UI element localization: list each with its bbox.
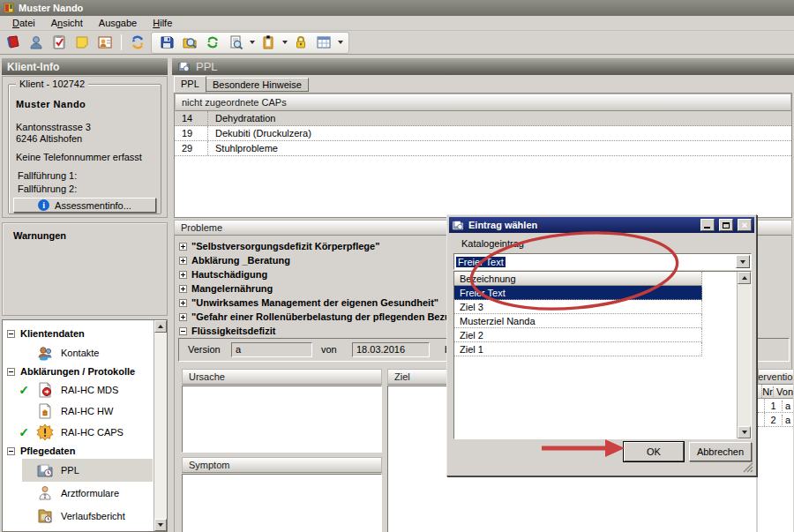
ursache-header: Ursache	[182, 369, 382, 385]
nav-tree-scrollbar[interactable]	[154, 320, 167, 531]
toolbar	[0, 31, 794, 55]
nav-section-pflegedaten[interactable]: Pflegedaten	[3, 443, 153, 459]
nav-section-klientendaten[interactable]: Klientendaten	[3, 325, 153, 342]
list-item[interactable]: Ziel 1	[454, 342, 702, 356]
save-icon[interactable]	[157, 33, 176, 52]
eintrag-waehlen-dialog: Eintrag wählen × Katalogeintrag Freier T…	[446, 214, 757, 476]
client-info-panel: Klient - 102742 Muster Nando Kantonsstra…	[2, 76, 168, 218]
list-item[interactable]: Ziel 2	[454, 328, 702, 342]
nav-item-rai-hc-mds[interactable]: ✓ RAI-HC MDS	[3, 379, 153, 401]
version-value-field[interactable]: a	[231, 342, 312, 357]
expand-icon[interactable]	[179, 257, 187, 265]
intervention-panel: Intervention Nr Von 1 a 2 a	[758, 369, 793, 532]
grid-caret-icon[interactable]	[338, 41, 343, 44]
expand-icon[interactable]	[179, 271, 187, 279]
list-item[interactable]: Ziel 3	[454, 300, 702, 314]
client-group-title: Klient - 102742	[16, 79, 88, 89]
sync-icon[interactable]	[128, 33, 147, 52]
nav-item-rai-hc-hw[interactable]: RAI-HC HW	[3, 401, 153, 422]
paste-icon[interactable]	[258, 33, 278, 52]
menu-bar: Datei Ansicht Ausgabe Hilfe	[0, 16, 794, 31]
menu-ausgabe[interactable]: Ausgabe	[92, 17, 144, 29]
nav-item-rai-hc-caps[interactable]: ✓ RAI-HC CAPS	[3, 422, 153, 443]
nav-item-verlaufsbericht[interactable]: Verlaufsbericht	[3, 505, 153, 527]
list-column-header[interactable]: Bezeichnung	[454, 272, 702, 286]
client-info-title: Klient-Info	[7, 61, 59, 73]
resize-grip[interactable]	[743, 462, 753, 473]
expand-icon[interactable]	[179, 243, 187, 251]
client-phone-note: Keine Telefonnummer erfasst	[16, 152, 142, 162]
note-icon[interactable]	[72, 33, 92, 52]
document-red-icon	[36, 381, 54, 399]
katalogeintrag-combobox[interactable]: Freier Text	[453, 253, 752, 270]
scroll-up-icon[interactable]	[738, 272, 751, 284]
caps-row[interactable]: 29 Stuhlprobleme	[175, 141, 791, 156]
cancel-button[interactable]: Abbrechen	[689, 442, 752, 461]
print-preview-icon[interactable]	[226, 33, 245, 52]
nav-section-abklaerungen[interactable]: Abklärungen / Protokolle	[3, 363, 153, 379]
maximize-icon[interactable]	[719, 219, 733, 231]
clipboard-check-icon[interactable]	[49, 33, 69, 52]
collapse-icon[interactable]	[7, 368, 15, 376]
nav-item-arztformulare[interactable]: Arztformulare	[3, 482, 153, 505]
intervention-header: Intervention	[758, 369, 793, 385]
caps-row-nr: 14	[175, 111, 208, 125]
ursache-textarea[interactable]	[182, 386, 382, 453]
collapse-icon[interactable]	[179, 327, 187, 335]
intervention-row[interactable]: 1 a	[758, 399, 793, 413]
tab-ppl[interactable]: PPL	[174, 76, 206, 93]
menu-ansicht[interactable]: Ansicht	[44, 17, 90, 29]
caps-row[interactable]: 19 Dekubiti (Druckulzera)	[175, 126, 791, 141]
ok-button[interactable]: OK	[624, 442, 684, 461]
chevron-down-icon	[740, 260, 745, 264]
collapse-icon[interactable]	[7, 330, 15, 338]
symptom-header: Symptom	[182, 457, 382, 473]
fallfuehrung2-label: Fallführung 2:	[18, 184, 77, 194]
toolbar-separator	[121, 34, 122, 50]
assessmentinfo-button[interactable]: i Assessmentinfo...	[13, 198, 156, 213]
caps-row-text: Dekubiti (Druckulzera)	[208, 128, 311, 139]
search-icon[interactable]	[180, 33, 199, 52]
exit-icon[interactable]	[4, 33, 23, 52]
print-preview-caret-icon[interactable]	[250, 41, 255, 44]
paste-caret-icon[interactable]	[282, 41, 288, 44]
lock-icon[interactable]	[291, 33, 311, 52]
fallfuehrung1-label: Fallführung 1:	[18, 170, 77, 181]
katalogeintrag-label: Katalogeintrag	[461, 238, 524, 249]
caps-panel-header: nicht zugeordnete CAPs	[175, 94, 791, 111]
scroll-up-icon[interactable]	[154, 320, 167, 333]
minimize-icon[interactable]	[700, 219, 715, 231]
refresh-icon[interactable]	[203, 33, 222, 52]
intervention-row[interactable]: 2 a	[758, 413, 793, 427]
scroll-down-icon[interactable]	[738, 426, 751, 438]
user-card-icon[interactable]	[95, 33, 115, 52]
window-titlebar: Muster Nando	[0, 0, 794, 16]
von-value-field[interactable]: 18.03.2016	[352, 342, 430, 357]
toolbar-group	[151, 32, 349, 54]
client-groupbox: Klient - 102742 Muster Nando Kantonsstra…	[8, 84, 161, 214]
expand-icon[interactable]	[179, 285, 187, 293]
expand-icon[interactable]	[179, 313, 187, 321]
menu-datei[interactable]: Datei	[5, 17, 42, 29]
nav-item-ppl[interactable]: PPL	[3, 459, 153, 482]
dialog-titlebar[interactable]: Eintrag wählen ×	[449, 217, 754, 233]
expand-icon[interactable]	[179, 299, 187, 307]
caps-row-text: Stuhlprobleme	[208, 143, 278, 154]
list-scrollbar[interactable]	[737, 272, 751, 438]
list-item[interactable]: Musterziel Nanda	[454, 314, 702, 328]
caps-panel: nicht zugeordnete CAPs 14 Dehydratation …	[174, 93, 792, 218]
menu-hilfe[interactable]: Hilfe	[146, 17, 179, 29]
von-label: von	[321, 344, 337, 355]
list-item-selected[interactable]: Freier Text	[454, 286, 702, 300]
combobox-dropdown-button[interactable]	[736, 255, 750, 268]
close-icon[interactable]: ×	[738, 219, 752, 231]
grid-icon[interactable]	[314, 33, 333, 52]
user-icon[interactable]	[26, 33, 46, 52]
dialog-title: Eintrag wählen	[468, 220, 696, 230]
symptom-textarea[interactable]	[182, 474, 382, 532]
collapse-icon[interactable]	[7, 447, 15, 455]
scroll-down-icon[interactable]	[154, 519, 167, 531]
nav-item-kontakte[interactable]: Kontakte	[3, 342, 153, 363]
tab-besondere-hinweise[interactable]: Besondere Hinweise	[206, 78, 309, 92]
caps-row[interactable]: 14 Dehydratation	[175, 111, 791, 126]
